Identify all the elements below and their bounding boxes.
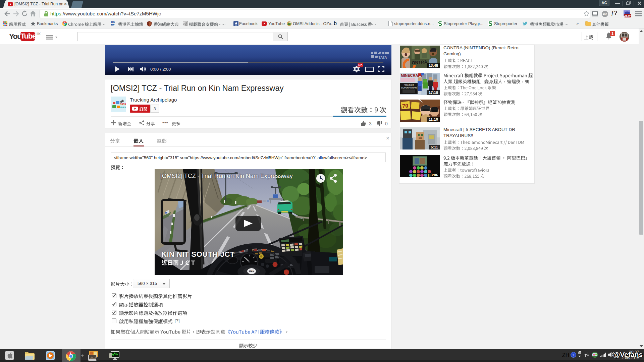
- svg-text:TATA: TATA: [378, 55, 387, 59]
- svg-text:ABP: ABP: [603, 13, 607, 15]
- svg-text:MAN: MAN: [249, 270, 254, 273]
- svg-text:26.9°: 26.9°: [624, 14, 631, 17]
- svg-text:SUPERHUMAN: SUPERHUMAN: [401, 86, 417, 89]
- svg-text:TATA: TATA: [120, 103, 126, 106]
- svg-text:ISLES: ISLES: [120, 106, 126, 108]
- svg-text:PROJECT: PROJECT: [404, 84, 414, 86]
- svg-text:?: ?: [573, 353, 575, 357]
- svg-text:70: 70: [402, 103, 409, 109]
